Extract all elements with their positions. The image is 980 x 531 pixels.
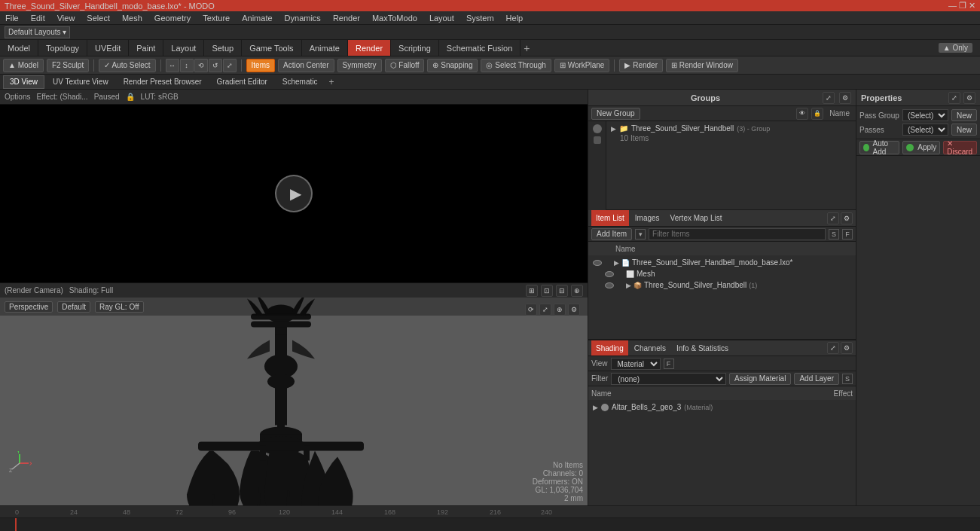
menu-layout[interactable]: Layout [427,14,456,23]
tab-topology[interactable]: Topology [38,40,87,56]
sym-x-icon[interactable]: ↔ [166,59,179,72]
symmetry-btn[interactable]: Symmetry [337,59,382,72]
items-settings-btn[interactable]: ⚙ [841,212,853,224]
shading-s-btn[interactable]: S [842,374,853,384]
items-expand-btn[interactable]: ⤢ [827,212,839,224]
auto-add-btn[interactable]: Auto Add [859,141,899,154]
tab-info-stats[interactable]: Info & Statistics [672,340,733,356]
raygl-btn[interactable]: Ray GL: Off [95,301,144,313]
auto-select-btn[interactable]: ✓ Auto Select [99,59,155,72]
shading-expand-btn[interactable]: ⤢ [827,342,839,354]
minimize-btn[interactable]: — [948,1,957,10]
vp-tab-3dview[interactable]: 3D View [3,75,44,89]
tab-render[interactable]: Render [348,40,391,56]
default-btn[interactable]: Default [57,301,90,313]
tab-model[interactable]: Model [0,40,38,56]
render-play-btn[interactable] [275,175,313,212]
group-item-0[interactable]: ▶ 📁 Three_Sound_Silver_Handbell (3) - Gr… [608,123,854,134]
add-item-btn[interactable]: Add Item [591,228,632,240]
groups-col-1[interactable]: 👁 [796,108,808,120]
filter-items-input[interactable] [649,228,826,240]
assign-material-f[interactable]: F [664,359,674,369]
pass-group-select[interactable]: (Select) [902,109,948,121]
tab-images[interactable]: Images [630,210,664,226]
vp-ctrl-zoom[interactable]: ⊕ [554,304,566,316]
apply-btn[interactable]: Apply [902,141,940,154]
timeline-bar[interactable] [0,518,980,531]
item-eye-group[interactable] [605,282,614,288]
add-tab-btn[interactable]: + [521,42,533,54]
add-item-arrow[interactable]: ▾ [635,229,646,240]
groups-settings-btn[interactable]: ⚙ [839,92,851,104]
sculpt-btn[interactable]: F2 Sculpt [47,59,89,72]
render-btn[interactable]: ▶ Render [619,59,663,72]
assign-material-btn[interactable]: Assign Material [729,373,791,385]
pass-new-btn[interactable]: New [951,109,977,121]
render-ctrl-2[interactable]: ⊡ [541,285,553,297]
tab-layout[interactable]: Layout [163,40,204,56]
item-row-mesh[interactable]: ⬜ Mesh [590,268,854,279]
vp-add-tab-btn[interactable]: + [326,77,337,87]
view-dropdown[interactable]: Material [611,358,661,370]
sym-z-icon[interactable]: ⟲ [194,59,208,72]
falloff-btn[interactable]: ⬡ Falloff [385,59,425,72]
menu-system[interactable]: System [464,14,496,23]
passes-new-btn[interactable]: New [951,124,977,136]
model-btn[interactable]: ▲ Model [3,59,44,72]
menu-maxtomodo[interactable]: MaxToModo [370,14,420,23]
item-row-group[interactable]: ▶ 📦 Three_Sound_Silver_Handbell (1) [590,279,854,291]
tab-animate[interactable]: Animate [302,40,348,56]
tab-vertex-map[interactable]: Vertex Map List [666,210,727,226]
menu-edit[interactable]: Edit [29,14,47,23]
perspective-btn[interactable]: Perspective [5,301,53,313]
vp-tab-schematic[interactable]: Schematic [276,75,325,89]
menu-file[interactable]: File [3,14,21,23]
tab-uvedit[interactable]: UVEdit [87,40,129,56]
menu-animate[interactable]: Animate [240,14,274,23]
new-group-btn[interactable]: New Group [591,108,640,120]
tab-gametools[interactable]: Game Tools [242,40,302,56]
viewport-3d[interactable]: Perspective Default Ray GL: Off ⟳ ⤢ ⊕ ⚙ [0,298,588,505]
vp-ctrl-settings[interactable]: ⚙ [568,304,580,316]
menu-help[interactable]: Help [504,14,526,23]
groups-col-2[interactable]: 🔒 [811,108,823,120]
tab-paint[interactable]: Paint [129,40,163,56]
tab-channels[interactable]: Channels [630,340,670,356]
tab-schematic[interactable]: Schematic Fusion [439,40,521,56]
vp-tab-uvtexture[interactable]: UV Texture View [46,75,115,89]
item-eye-file[interactable] [593,260,602,266]
prop-settings-btn[interactable]: ⚙ [963,92,975,104]
groups-expand-btn[interactable]: ⤢ [823,92,835,104]
shading-settings-btn[interactable]: ⚙ [841,342,853,354]
workplane-btn[interactable]: ⊞ WorkPlane [554,59,610,72]
select-through-btn[interactable]: ◎ Select Through [481,59,551,72]
shade-expand-0[interactable]: ▶ [593,404,598,411]
vp-ctrl-expand[interactable]: ⤢ [539,304,551,316]
filter-f-btn[interactable]: F [842,229,853,240]
snapping-btn[interactable]: ⊕ Snapping [427,59,478,72]
vp-tab-renderpreset[interactable]: Render Preset Browser [117,75,209,89]
render-window-btn[interactable]: ⊞ Render Window [666,59,738,72]
item-eye-mesh[interactable] [605,271,614,277]
render-ctrl-3[interactable]: ⊟ [556,285,568,297]
item-expand-file[interactable]: ▶ [614,259,619,267]
item-expand-group[interactable]: ▶ [626,282,631,289]
menu-dynamics[interactable]: Dynamics [282,14,323,23]
menu-select[interactable]: Select [84,14,112,23]
render-ctrl-4[interactable]: ⊕ [571,285,583,297]
menu-view[interactable]: View [55,14,78,23]
sym-r-icon[interactable]: ↺ [209,59,222,72]
tab-scripting[interactable]: Scripting [391,40,439,56]
vp-ctrl-rotate[interactable]: ⟳ [525,304,537,316]
groups-eye-icon[interactable] [593,124,602,133]
filter-s-btn[interactable]: S [829,229,839,240]
lock-icon[interactable]: 🔒 [126,93,135,101]
tab-item-list[interactable]: Item List [591,210,629,226]
prop-expand-btn[interactable]: ⤢ [948,92,960,104]
timeline-playhead[interactable] [15,518,17,531]
sym-m-icon[interactable]: ⤢ [223,59,237,72]
layout-dropdown[interactable]: Default Layouts ▾ [5,26,70,38]
action-center-btn[interactable]: Action Center [278,59,334,72]
items-btn[interactable]: Items [246,59,275,72]
render-ctrl-1[interactable]: ⊞ [526,285,538,297]
